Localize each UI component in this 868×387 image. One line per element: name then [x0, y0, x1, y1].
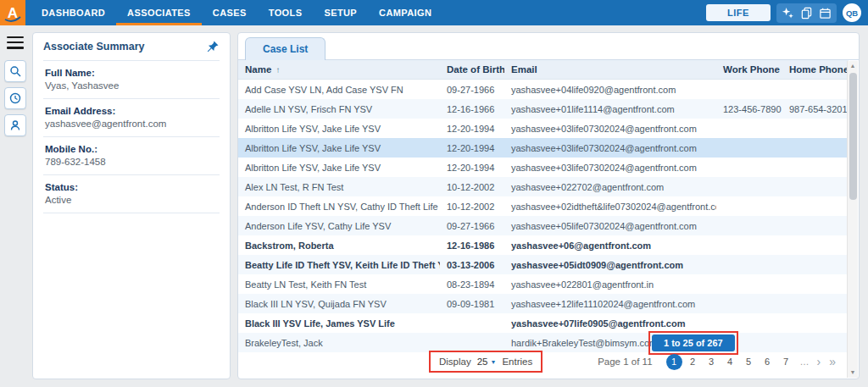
chevron-down-icon: ▼	[491, 359, 497, 365]
cell-name: Alex LN Test, R FN Test	[238, 182, 440, 192]
table-row[interactable]: Black III LN YSV, Quijada FN YSV09-09-19…	[238, 294, 849, 313]
cell-dob: 09-09-1981	[440, 299, 504, 309]
table-row[interactable]: Anderson ID Theft LN YSV, Cathy ID Theft…	[238, 196, 849, 216]
pin-icon[interactable]	[206, 40, 220, 53]
cell-work-phone: 123-456-7890	[716, 104, 782, 114]
last-page-button[interactable]: »	[825, 355, 840, 368]
page-button-1[interactable]: 1	[666, 354, 682, 370]
scroll-down-icon[interactable]: ▼	[850, 368, 856, 378]
cell-email: yashasvee+06@agentfront.com	[504, 240, 716, 251]
column-header-work-phone[interactable]: Work Phone	[716, 64, 782, 75]
page-ellipsis: …	[797, 354, 813, 370]
cell-dob: 09-27-1966	[440, 85, 504, 95]
cell-email: yashasvee+03life07302024@agentfront.com	[504, 163, 716, 173]
cell-dob: 12-16-1966	[440, 104, 504, 114]
pagination: 1234567…	[666, 354, 813, 370]
table-row[interactable]: Black III YSV Life, James YSV Lifeyashas…	[238, 313, 849, 333]
page-button-6[interactable]: 6	[760, 354, 776, 370]
history-icon[interactable]	[4, 87, 26, 109]
cell-name: Albritton Life YSV, Jake Life YSV	[238, 143, 440, 153]
column-header-name[interactable]: Name ↑	[238, 64, 440, 75]
cell-home-phone: 987-654-3201	[782, 104, 849, 114]
table-row[interactable]: Backstrom, Roberta12-16-1986yashasvee+06…	[238, 235, 849, 255]
nav-item-cases[interactable]: CASES	[202, 0, 258, 25]
cell-dob: 10-12-2002	[440, 182, 504, 192]
cell-email: yashasvee+03life07302024@agentfront.com	[504, 124, 716, 134]
tab-case-list[interactable]: Case List	[245, 37, 326, 60]
page-button-5[interactable]: 5	[741, 354, 757, 370]
summary-field: Email Address:yashasvee@agentfront.com	[43, 99, 220, 137]
page-size-dropdown[interactable]: 25 ▼	[477, 357, 497, 367]
vertical-scrollbar[interactable]: ▲ ▼	[847, 61, 858, 378]
field-label: Email Address:	[45, 106, 218, 116]
cell-name: Anderson ID Theft LN YSV, Cathy ID Theft…	[238, 202, 440, 212]
table-row[interactable]: Adelle LN YSV, Frisch FN YSV12-16-1966ya…	[238, 99, 849, 119]
table-row[interactable]: Anderson Life YSV, Cathy Life YSV09-27-1…	[238, 216, 849, 235]
sparkles-icon[interactable]	[781, 6, 795, 20]
life-button[interactable]: LIFE	[706, 4, 771, 21]
cell-name: Albritton Life YSV, Jake Life YSV	[238, 124, 440, 134]
nav-item-dashboard[interactable]: DASHBOARD	[31, 0, 116, 25]
table-row[interactable]: Beatty LN Test, Keith FN Test08-23-1894y…	[238, 274, 849, 294]
cell-email: yashasvee+04life0920@agentfront.com	[504, 85, 716, 95]
next-page-button[interactable]: ›	[813, 355, 826, 368]
column-header-home-phone[interactable]: Home Phone	[782, 64, 849, 75]
case-table-body: Add Case YSV LN, Add Case YSV FN09-27-19…	[238, 80, 849, 352]
search-icon[interactable]	[4, 60, 26, 82]
brand-a-icon: A	[0, 0, 25, 25]
column-header-dob[interactable]: Date of Birth	[440, 64, 504, 75]
cell-name: Black III YSV Life, James YSV Life	[238, 318, 440, 329]
table-footer: Display 25 ▼ Entries Page 1 of 11 123456…	[247, 349, 840, 374]
scroll-up-icon[interactable]: ▲	[850, 61, 856, 71]
table-row[interactable]: Alex LN Test, R FN Test10-12-2002yashasv…	[238, 177, 849, 196]
cell-dob: 10-12-2002	[440, 202, 504, 212]
hamburger-menu-icon[interactable]	[7, 33, 24, 52]
cell-name: Anderson Life YSV, Cathy Life YSV	[238, 221, 440, 231]
summary-field: Full Name:Vyas, Yashasvee	[43, 61, 220, 99]
table-row[interactable]: Albritton Life YSV, Jake Life YSV12-20-1…	[238, 138, 849, 158]
calendar-icon[interactable]	[818, 6, 832, 20]
column-label: Name	[245, 64, 271, 75]
nav-item-tools[interactable]: TOOLS	[258, 0, 314, 25]
cell-dob: 12-20-1994	[440, 143, 504, 153]
table-row[interactable]: Beatty Life ID Theft YSV, Keith Life ID …	[238, 255, 849, 274]
left-icon-rail	[0, 25, 31, 387]
table-row[interactable]: Albritton Life YSV, Jake Life YSV12-20-1…	[238, 158, 849, 177]
contacts-icon[interactable]	[4, 114, 26, 136]
field-value: yashasvee@agentfront.com	[45, 119, 218, 129]
page-button-2[interactable]: 2	[685, 354, 701, 370]
page-button-4[interactable]: 4	[722, 354, 738, 370]
cell-email: yashasvee+03life07302024@agentfront.com	[504, 143, 716, 153]
page-button-7[interactable]: 7	[778, 354, 794, 370]
cell-name: Add Case YSV LN, Add Case YSV FN	[238, 85, 440, 95]
qb-button[interactable]: QB	[843, 3, 861, 22]
nav-icon-group	[776, 3, 837, 23]
table-row[interactable]: Add Case YSV LN, Add Case YSV FN09-27-19…	[238, 80, 849, 99]
cell-name: Beatty Life ID Theft YSV, Keith Life ID …	[238, 260, 440, 270]
cell-dob: 03-13-2006	[440, 260, 504, 270]
page-button-3[interactable]: 3	[704, 354, 720, 370]
nav-right-actions: LIFE	[706, 3, 868, 23]
cell-email: yashasvee+07life0905@agentfront.com	[504, 318, 716, 329]
page-size-value: 25	[477, 357, 488, 367]
nav-item-campaign[interactable]: CAMPAIGN	[368, 0, 442, 25]
scrollbar-thumb[interactable]	[849, 73, 857, 200]
sort-asc-icon: ↑	[276, 65, 281, 75]
cell-name: Backstrom, Roberta	[238, 240, 440, 251]
nav-item-setup[interactable]: SETUP	[313, 0, 368, 25]
column-header-email[interactable]: Email	[504, 64, 716, 75]
cell-dob: 08-23-1894	[440, 279, 504, 290]
display-label: Display	[439, 357, 471, 367]
cell-email: yashasvee+12life11102024@agentfront.com	[504, 299, 716, 309]
table-row[interactable]: Albritton Life YSV, Jake Life YSV12-20-1…	[238, 119, 849, 138]
associate-summary-header: Associate Summary	[43, 40, 220, 61]
associate-summary-panel: Associate Summary Full Name:Vyas, Yashas…	[32, 32, 231, 379]
summary-field: Status:Active	[43, 175, 220, 213]
cell-email: yashasvee+02idtheft&life07302024@agentfr…	[504, 202, 716, 212]
highlight-display-entries: Display 25 ▼ Entries	[429, 351, 542, 373]
nav-item-associates[interactable]: ASSOCIATES	[116, 0, 202, 25]
cell-email: yashasvee+022702@agentfront.com	[504, 182, 716, 192]
copy-icon[interactable]	[799, 6, 814, 20]
summary-fields: Full Name:Vyas, YashasveeEmail Address:y…	[43, 61, 220, 213]
app-logo[interactable]: A	[0, 0, 25, 25]
